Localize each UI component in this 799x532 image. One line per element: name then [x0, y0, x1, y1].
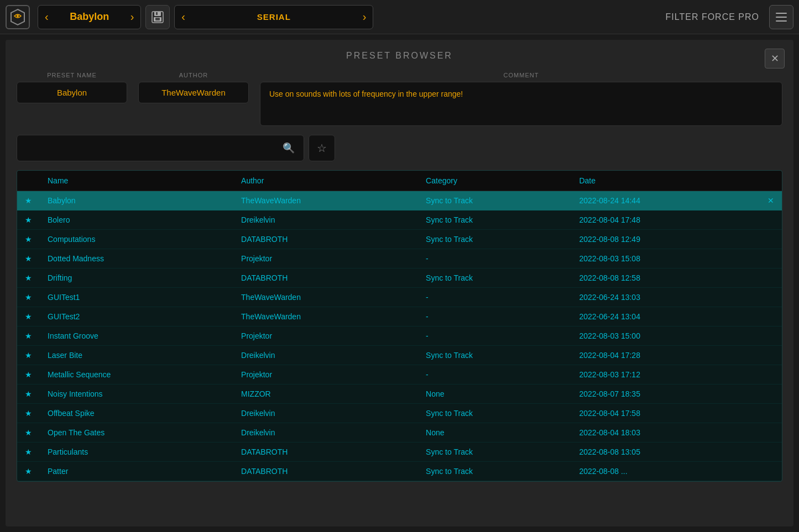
cell-category: Sync to Track — [418, 404, 571, 423]
cell-category: - — [418, 249, 571, 268]
table-row[interactable]: ★ Open The Gates Dreikelvin None 2022-08… — [17, 423, 782, 443]
row-close-button[interactable] — [760, 365, 782, 384]
row-close-button[interactable] — [760, 384, 782, 404]
table-row[interactable]: ★ Instant Groove Projektor - 2022-08-03 … — [17, 326, 782, 346]
comment-field[interactable]: Use on sounds with lots of frequency in … — [260, 82, 782, 126]
star-cell[interactable]: ★ — [17, 346, 40, 365]
preset-prev-button[interactable]: ‹ — [43, 10, 51, 23]
search-icon[interactable]: 🔍 — [283, 142, 295, 154]
row-close-button[interactable]: ✕ — [760, 191, 782, 210]
preset-table-wrapper: Name Author Category Date ★ Babylon TheW… — [17, 170, 782, 482]
search-input[interactable] — [26, 144, 278, 152]
cell-author: DATABROTH — [233, 268, 418, 288]
save-button[interactable] — [145, 5, 170, 29]
menu-button[interactable] — [769, 5, 793, 29]
preset-name-group: PRESET NAME Babylon — [17, 72, 127, 103]
cell-date: 2022-08-08 12:49 — [571, 230, 760, 249]
table-row[interactable]: ★ Offbeat Spike Dreikelvin Sync to Track… — [17, 404, 782, 423]
hamburger-icon — [776, 13, 787, 22]
star-cell[interactable]: ★ — [17, 365, 40, 384]
comment-label: COMMENT — [260, 72, 782, 78]
cell-author: Projektor — [233, 326, 418, 346]
table-row[interactable]: ★ Laser Bite Dreikelvin Sync to Track 20… — [17, 346, 782, 365]
cell-author: Dreikelvin — [233, 404, 418, 423]
table-row[interactable]: ★ Drifting DATABROTH Sync to Track 2022-… — [17, 268, 782, 288]
table-row[interactable]: ★ GUITest2 TheWaveWarden - 2022-06-24 13… — [17, 307, 782, 326]
cell-name: GUITest1 — [40, 288, 233, 307]
cell-category: Sync to Track — [418, 230, 571, 249]
cell-name: Patter — [40, 462, 233, 481]
star-cell[interactable]: ★ — [17, 307, 40, 326]
row-close-button[interactable] — [760, 346, 782, 365]
serial-label: SERIAL — [193, 12, 355, 22]
star-cell[interactable]: ★ — [17, 404, 40, 423]
table-row[interactable]: ★ Particulants DATABROTH Sync to Track 2… — [17, 443, 782, 462]
table-row[interactable]: ★ Noisy Intentions MIZZOR None 2022-08-0… — [17, 384, 782, 404]
row-close-button[interactable] — [760, 423, 782, 443]
row-close-button[interactable] — [760, 326, 782, 346]
cell-name: Open The Gates — [40, 423, 233, 443]
star-cell[interactable]: ★ — [17, 288, 40, 307]
preset-next-button[interactable]: › — [128, 10, 137, 23]
star-cell[interactable]: ★ — [17, 230, 40, 249]
star-cell[interactable]: ★ — [17, 268, 40, 288]
cell-date: 2022-06-24 13:04 — [571, 307, 760, 326]
row-close-button[interactable] — [760, 268, 782, 288]
star-cell[interactable]: ★ — [17, 326, 40, 346]
table-row[interactable]: ★ Bolero Dreikelvin Sync to Track 2022-0… — [17, 210, 782, 230]
row-close-button[interactable] — [760, 462, 782, 481]
top-bar: ‹ Babylon › ‹ SERIAL › FILTER FORCE PRO — [0, 0, 799, 34]
table-row[interactable]: ★ Computations DATABROTH Sync to Track 2… — [17, 230, 782, 249]
cell-category: - — [418, 288, 571, 307]
table-row[interactable]: ★ GUITest1 TheWaveWarden - 2022-06-24 13… — [17, 288, 782, 307]
author-field[interactable]: TheWaveWarden — [138, 82, 249, 103]
cell-name: Laser Bite — [40, 346, 233, 365]
star-cell[interactable]: ★ — [17, 423, 40, 443]
cell-author: DATABROTH — [233, 462, 418, 481]
favorites-filter-button[interactable]: ☆ — [309, 135, 335, 161]
serial-prev-button[interactable]: ‹ — [179, 10, 187, 23]
row-close-button[interactable] — [760, 307, 782, 326]
star-cell[interactable]: ★ — [17, 443, 40, 462]
preset-nav-group: ‹ Babylon › — [38, 5, 141, 29]
close-button[interactable]: ✕ — [765, 49, 785, 69]
cell-date: 2022-08-08 13:05 — [571, 443, 760, 462]
serial-next-button[interactable]: › — [361, 10, 369, 23]
save-icon — [151, 10, 164, 24]
search-row: 🔍 ☆ — [17, 135, 782, 161]
svg-rect-6 — [156, 12, 158, 15]
table-row[interactable]: ★ Patter DATABROTH Sync to Track 2022-08… — [17, 462, 782, 481]
cell-name: Dotted Madness — [40, 249, 233, 268]
svg-point-1 — [17, 15, 19, 17]
cell-name: Offbeat Spike — [40, 404, 233, 423]
row-close-button[interactable] — [760, 404, 782, 423]
star-cell[interactable]: ★ — [17, 210, 40, 230]
table-row[interactable]: ★ Metallic Sequence Projektor - 2022-08-… — [17, 365, 782, 384]
table-row[interactable]: ★ Babylon TheWaveWarden Sync to Track 20… — [17, 191, 782, 210]
cell-author: TheWaveWarden — [233, 191, 418, 210]
cell-category: - — [418, 365, 571, 384]
row-close-button[interactable] — [760, 210, 782, 230]
star-cell[interactable]: ★ — [17, 249, 40, 268]
cell-name: Metallic Sequence — [40, 365, 233, 384]
row-close-button[interactable] — [760, 443, 782, 462]
cell-category: None — [418, 423, 571, 443]
col-author: Author — [233, 171, 418, 191]
row-close-button[interactable] — [760, 249, 782, 268]
serial-nav-group: ‹ SERIAL › — [174, 5, 373, 29]
col-date: Date — [571, 171, 760, 191]
star-cell[interactable]: ★ — [17, 191, 40, 210]
star-cell[interactable]: ★ — [17, 384, 40, 404]
cell-name: Instant Groove — [40, 326, 233, 346]
star-icon: ☆ — [317, 141, 327, 155]
cell-author: MIZZOR — [233, 384, 418, 404]
star-cell[interactable]: ★ — [17, 462, 40, 481]
preset-name-nav: Babylon — [56, 11, 123, 23]
logo-badge — [6, 5, 30, 29]
filter-force-label: FILTER FORCE PRO — [378, 12, 765, 22]
row-close-button[interactable] — [760, 288, 782, 307]
table-row[interactable]: ★ Dotted Madness Projektor - 2022-08-03 … — [17, 249, 782, 268]
preset-table: Name Author Category Date ★ Babylon TheW… — [17, 171, 782, 481]
preset-name-field[interactable]: Babylon — [17, 82, 127, 103]
row-close-button[interactable] — [760, 230, 782, 249]
